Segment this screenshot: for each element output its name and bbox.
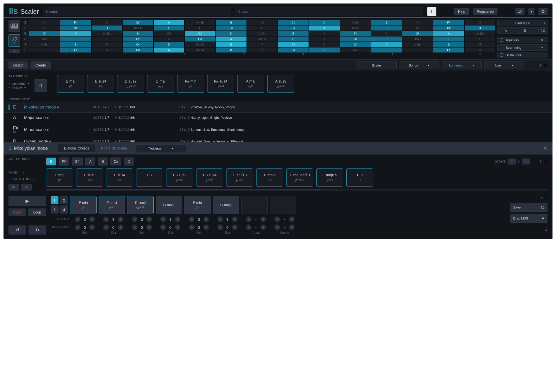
redo-button[interactable]: ↻ [29, 226, 46, 234]
guitar-view-button[interactable] [9, 34, 20, 47]
fret-cell[interactable]: F [29, 20, 60, 25]
pad-empty[interactable] [270, 196, 296, 214]
help-button[interactable]: Help [454, 8, 469, 15]
fret-cell[interactable]: A#/Bb [247, 36, 278, 42]
play-button[interactable]: ▶ [9, 196, 46, 206]
fret-cell[interactable]: C5 [153, 31, 184, 36]
fret-cell[interactable]: F [402, 47, 433, 53]
stepper-plus[interactable]: + [118, 224, 123, 230]
clear-button[interactable]: Clear [9, 208, 26, 216]
fret-cell[interactable]: A#/Bb [402, 42, 433, 47]
variations-tab[interactable]: Chord Variations [95, 144, 133, 152]
fret-cell[interactable]: F [464, 36, 495, 42]
fret-cell[interactable]: D [309, 47, 340, 53]
fret-cell[interactable]: C6 [402, 25, 433, 31]
pad[interactable]: D sus2 VIIsus2 [127, 196, 154, 214]
pad-empty[interactable] [241, 196, 268, 214]
note-icon[interactable]: ♩ [510, 226, 547, 232]
fret-cell[interactable]: F [29, 47, 60, 53]
bind-a-check[interactable] [500, 29, 503, 32]
fret-cell[interactable]: E [371, 47, 402, 53]
stepper-plus[interactable]: + [146, 224, 152, 230]
fret-cell[interactable]: D [464, 25, 495, 31]
scale-row[interactable]: D Lydian mode ▸ NOTES 7/7 CHORDS 8/8 STY… [4, 136, 552, 142]
chord-pad[interactable]: D sus2 VIIsus2 [117, 75, 144, 93]
fret-cell[interactable]: C# [122, 42, 153, 47]
voicings-dropdown[interactable]: Voicings▾ [136, 144, 186, 152]
fret-cell[interactable]: C# [184, 31, 215, 36]
fret-cell[interactable]: B [60, 42, 91, 47]
chord-pad[interactable]: E 7 9/13 I7 9/13 [226, 168, 253, 186]
note-button[interactable]: E [46, 158, 56, 166]
edit-label[interactable]: Edit [157, 231, 184, 234]
sliders-icon[interactable]: ≡ [541, 38, 545, 42]
stepper-minus[interactable]: − [75, 224, 80, 230]
fret-cell[interactable]: A#/Bb [464, 31, 495, 36]
fret-cell[interactable]: B [433, 42, 464, 47]
fret-cell[interactable]: A [216, 36, 247, 42]
edit-label[interactable]: Create [271, 231, 298, 234]
sound-button[interactable]: 🔊 [515, 8, 524, 15]
chord-pad[interactable]: E 7sus2 I7sus2 [166, 168, 193, 186]
bind-minus[interactable]: − [500, 21, 502, 25]
stepper-minus[interactable]: − [246, 216, 251, 222]
notes-field[interactable]: Note(s): - [43, 7, 231, 16]
sub-vi-button[interactable]: VI [21, 184, 32, 190]
semitone-minus[interactable]: − [9, 82, 11, 86]
drag-midi-button[interactable]: Drag MIDI✥ [510, 214, 547, 223]
save-button[interactable]: Save🖫 [510, 203, 547, 212]
fret-cell[interactable]: F [247, 42, 278, 47]
arpeggio-row[interactable]: Arpeggio≡ [497, 37, 547, 43]
settings-button[interactable]: ⚙ [538, 8, 547, 15]
page-button[interactable]: 2 [60, 196, 68, 204]
note-button[interactable]: G# [72, 158, 83, 166]
chord-pad[interactable]: E maj IM [46, 168, 73, 186]
stepper-plus[interactable]: + [89, 224, 95, 230]
bind-c-check[interactable] [538, 29, 541, 32]
fret-cell[interactable]: A#/Bb [91, 31, 122, 36]
stepper-plus[interactable]: + [232, 224, 237, 230]
edit-label[interactable]: Edit [186, 231, 212, 234]
fret-cell[interactable]: B [278, 36, 309, 42]
stepper-plus[interactable]: + [146, 216, 152, 222]
fret-cell[interactable]: B [371, 25, 402, 31]
chord-pad[interactable]: E sus4 Isus4 [106, 168, 133, 186]
fret-cell[interactable]: F# [60, 47, 91, 53]
edit-label[interactable]: Edit [72, 231, 98, 234]
view-menu-button[interactable]: ▾ [9, 49, 20, 53]
scale-row[interactable]: F#Gb Minor scale ▸ NOTES 7/7 CHORDS 8/8 … [4, 123, 552, 136]
fret-cell[interactable]: C5 [309, 36, 340, 42]
sliders-icon[interactable]: ≡ [541, 46, 545, 50]
var-octave-minus[interactable]: − [508, 158, 516, 164]
fret-cell[interactable]: D#/Eb [340, 20, 371, 25]
note-button[interactable]: A [85, 158, 95, 166]
stepper-plus[interactable]: + [118, 216, 123, 222]
play-icon[interactable]: ▸ [47, 115, 49, 120]
fret-cell[interactable]: G# [402, 31, 433, 36]
undo-button[interactable]: ↺ [9, 226, 26, 234]
fret-cell[interactable]: G# [29, 31, 60, 36]
fret-cell[interactable]: B [216, 47, 247, 53]
page-button[interactable]: 3 [51, 206, 59, 214]
fret-cell[interactable]: A [153, 20, 184, 25]
fret-cell[interactable]: F [91, 36, 122, 42]
stepper-minus[interactable]: − [132, 216, 137, 222]
pad[interactable]: G maj6 [156, 196, 182, 214]
fret-cell[interactable]: G# [184, 36, 215, 42]
songs-dropdown[interactable]: Songs▾ [399, 62, 439, 69]
fret-cell[interactable]: G# [122, 47, 153, 53]
scales-dropdown[interactable]: Scales [357, 62, 397, 69]
fret-cell[interactable]: F# [433, 20, 464, 25]
strumming-row[interactable]: Strumming≡ [497, 44, 547, 51]
fret-cell[interactable]: E [60, 36, 91, 42]
fret-cell[interactable]: D [216, 31, 247, 36]
fret-cell[interactable]: G# [122, 20, 153, 25]
stepper-minus[interactable]: − [189, 224, 194, 230]
fret-cell[interactable]: F# [340, 31, 371, 36]
fret-cell[interactable]: D [91, 25, 122, 31]
alert-button[interactable]: ! [427, 7, 436, 16]
stepper-minus[interactable]: − [189, 216, 194, 222]
stepper-minus[interactable]: − [103, 216, 109, 222]
stepper-minus[interactable]: − [103, 224, 109, 230]
edit-label[interactable]: Edit [129, 231, 155, 234]
